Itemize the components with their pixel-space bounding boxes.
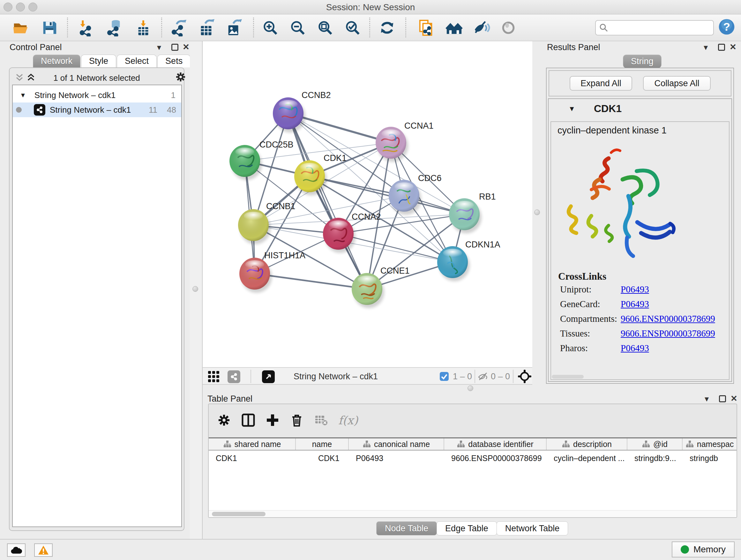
network-column-icon	[685, 440, 694, 448]
add-column-icon[interactable]	[266, 413, 280, 427]
scrollbar-thumb[interactable]	[212, 512, 266, 516]
node-CDKN1A[interactable]: CDKN1A	[437, 240, 500, 281]
control-panel-title: Control Panel	[10, 43, 62, 52]
node-CCNA1[interactable]: CCNA1	[376, 121, 434, 162]
panel-close-icon[interactable]: ✕	[183, 43, 190, 51]
node-CCNB2[interactable]: CCNB2	[273, 90, 331, 132]
gene-header-row[interactable]: ▼ CDK1	[549, 99, 731, 121]
crosslink-label: Uniprot:	[560, 284, 591, 295]
export-image-icon[interactable]	[225, 18, 243, 37]
clone-network-icon[interactable]	[417, 18, 435, 37]
home-networks-icon[interactable]	[445, 18, 463, 37]
refresh-icon[interactable]	[378, 18, 396, 37]
panel-menu-icon[interactable]: ▾	[704, 43, 708, 51]
table-row[interactable]: CDK1 CDK1 P06493 9606.ENSP00000378699 cy…	[209, 451, 737, 465]
node-CCNE1[interactable]: CCNE1	[352, 266, 410, 308]
string-network-icon	[34, 104, 45, 116]
vertical-splitter[interactable]	[190, 41, 203, 539]
network-row-selected[interactable]: String Network – cdk1 11 48	[13, 103, 181, 117]
zoom-out-icon[interactable]	[288, 18, 307, 37]
open-folder-icon[interactable]	[11, 18, 30, 37]
cell-canonical-name[interactable]: P06493	[349, 451, 444, 465]
cloud-button[interactable]	[7, 543, 25, 557]
delete-column-icon[interactable]	[290, 413, 304, 427]
column-header-namespace[interactable]: namespac	[683, 438, 737, 450]
import-database-icon[interactable]	[105, 18, 124, 37]
crosslink-label: Compartments:	[560, 314, 617, 324]
hidden-node-edge-counts: 0 – 0	[491, 372, 510, 381]
tab-select[interactable]: Select	[117, 55, 157, 67]
tab-style[interactable]: Style	[81, 55, 116, 67]
cell-name[interactable]: CDK1	[296, 451, 349, 465]
pharos-link[interactable]: P06493	[621, 343, 649, 354]
tab-edge-table[interactable]: Edge Table	[436, 521, 497, 536]
panel-float-icon[interactable]	[718, 44, 725, 51]
compartments-link[interactable]: 9606.ENSP00000378699	[621, 314, 715, 324]
zoom-in-icon[interactable]	[261, 18, 280, 37]
collapse-all-button[interactable]: Collapse All	[643, 76, 711, 91]
tab-node-table[interactable]: Node Table	[376, 521, 437, 536]
section-collapse-icon[interactable]: ▼	[568, 105, 576, 113]
column-header-canonical-name[interactable]: canonical name	[349, 438, 444, 450]
cell-namespace[interactable]: stringdb	[683, 451, 737, 465]
column-header-shared-name[interactable]: shared name	[209, 438, 296, 450]
zoom-selected-icon[interactable]	[343, 18, 362, 37]
splitter-handle[interactable]	[468, 385, 473, 391]
memory-button[interactable]: Memory	[672, 542, 735, 557]
node-HIST1H1A[interactable]: HIST1H1A	[239, 251, 306, 293]
string-view-icon[interactable]	[227, 370, 240, 383]
panel-close-icon[interactable]: ✕	[731, 394, 738, 402]
uniprot-link[interactable]: P06493	[621, 284, 649, 295]
column-header-description[interactable]: description	[547, 438, 627, 450]
hide-unhide-icon[interactable]	[472, 18, 491, 37]
export-network-icon[interactable]	[170, 18, 188, 37]
splitter-handle[interactable]	[192, 286, 198, 292]
tab-network-table[interactable]: Network Table	[496, 521, 568, 536]
panel-menu-icon[interactable]: ▾	[704, 395, 709, 403]
column-header-name[interactable]: name	[296, 438, 349, 450]
collection-expand-icon[interactable]: ▼	[20, 91, 26, 99]
cell-id[interactable]: stringdb:9...	[627, 451, 683, 465]
gear-icon[interactable]	[175, 71, 186, 83]
tab-sets[interactable]: Sets	[157, 55, 191, 67]
crosshair-icon[interactable]	[517, 369, 532, 384]
import-network-icon[interactable]	[77, 18, 95, 37]
grid-view-icon[interactable]	[207, 370, 220, 383]
results-panel: Results Panel ▾ ✕ String Expand All Coll…	[542, 41, 741, 388]
node-RB1[interactable]: RB1	[449, 192, 496, 233]
table-horizontal-scrollbar[interactable]	[209, 510, 737, 517]
column-header-database-identifier[interactable]: database identifier	[444, 438, 547, 450]
show-columns-icon[interactable]	[241, 413, 255, 427]
tab-string[interactable]: String	[623, 55, 662, 68]
cell-description[interactable]: cyclin–dependent ...	[547, 451, 627, 465]
cell-database-identifier[interactable]: 9606.ENSP00000378699	[444, 451, 547, 465]
tissues-link[interactable]: 9606.ENSP00000378699	[621, 328, 715, 339]
network-collection-row[interactable]: ▼ String Network – cdk1 1	[13, 88, 181, 103]
zoom-fit-icon[interactable]	[316, 18, 334, 37]
panel-float-icon[interactable]	[719, 395, 726, 402]
results-splitter[interactable]	[532, 41, 542, 388]
open-in-window-icon[interactable]	[262, 370, 275, 383]
network-canvas[interactable]: CCNB2 CCNA1 CDC25B	[203, 41, 532, 367]
search-input[interactable]	[609, 23, 704, 33]
panel-menu-icon[interactable]: ▾	[157, 43, 161, 51]
table-settings-gear-icon[interactable]	[217, 413, 231, 427]
node-CCNB1[interactable]: CCNB1	[238, 201, 295, 244]
genecard-link[interactable]: P06493	[621, 299, 649, 309]
export-table-icon[interactable]	[197, 18, 216, 37]
help-icon[interactable]: ?	[718, 17, 736, 36]
warnings-button[interactable]	[34, 543, 53, 557]
cell-shared-name[interactable]: CDK1	[209, 451, 296, 465]
save-icon[interactable]	[40, 18, 59, 37]
import-table-icon[interactable]	[134, 18, 152, 37]
column-header-id[interactable]: @id	[627, 438, 683, 450]
horizontal-scrollbar-thumb[interactable]	[552, 375, 584, 379]
selected-checkbox-icon[interactable]	[440, 372, 449, 381]
tab-network[interactable]: Network	[33, 55, 80, 67]
panel-float-icon[interactable]	[172, 44, 179, 51]
collection-label: String Network – cdk1	[35, 90, 116, 100]
splitter-handle[interactable]	[534, 209, 540, 215]
node-CDC6[interactable]: CDC6	[389, 173, 442, 215]
expand-all-button[interactable]: Expand All	[569, 76, 632, 91]
panel-close-icon[interactable]: ✕	[730, 43, 737, 51]
